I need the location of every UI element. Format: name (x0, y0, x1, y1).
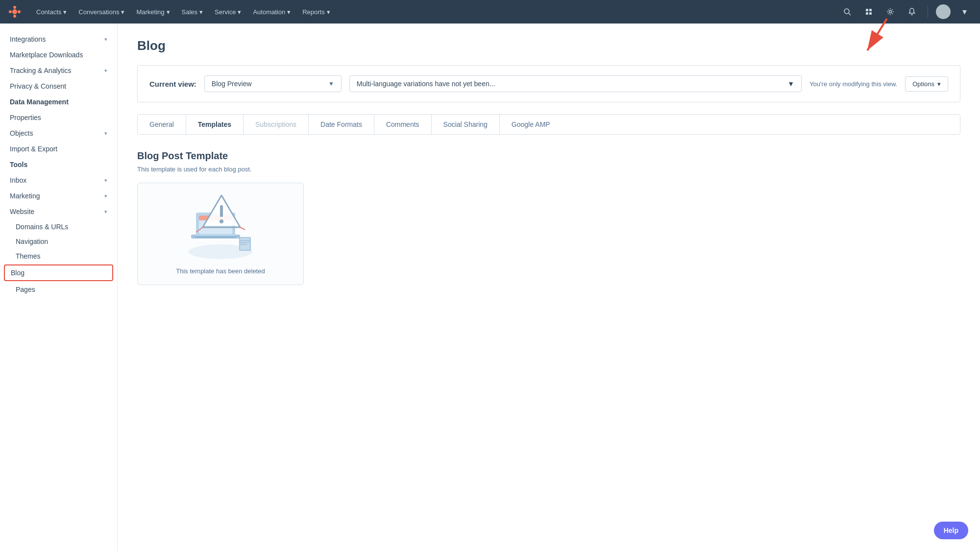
sidebar-item-website[interactable]: Website (0, 204, 117, 219)
chevron-down-icon (104, 193, 107, 199)
svg-rect-23 (240, 240, 250, 241)
user-avatar[interactable] (936, 4, 951, 19)
chevron-down-icon (287, 8, 291, 16)
sidebar-item-pages[interactable]: Pages (0, 282, 117, 297)
nav-conversations[interactable]: Conversations (74, 5, 129, 19)
page-title: Blog (137, 38, 960, 53)
options-button[interactable]: Options ▾ (905, 76, 948, 92)
chevron-down-icon (63, 8, 67, 16)
sidebar-item-domains-urls[interactable]: Domains & URLs (0, 219, 117, 234)
marketplace-icon[interactable] (861, 4, 877, 20)
chevron-down-icon (121, 8, 124, 16)
section-description: This template is used for each blog post… (137, 166, 960, 173)
notifications-icon[interactable] (904, 4, 920, 20)
chevron-down-icon (104, 68, 107, 74)
svg-rect-7 (866, 9, 868, 11)
chevron-down-icon (104, 209, 107, 215)
svg-point-2 (13, 15, 16, 18)
svg-point-5 (844, 9, 849, 14)
chevron-down-icon (238, 8, 241, 16)
sidebar-item-tracking-analytics[interactable]: Tracking & Analytics (0, 63, 117, 78)
svg-point-1 (13, 6, 16, 9)
sidebar-item-objects[interactable]: Objects (0, 125, 117, 141)
sidebar-item-themes[interactable]: Themes (0, 249, 117, 264)
nav-marketing[interactable]: Marketing (131, 5, 174, 19)
chevron-down-icon (327, 8, 330, 16)
sidebar-item-tools[interactable]: Tools (0, 157, 117, 172)
tab-templates[interactable]: Templates (186, 115, 244, 134)
svg-point-11 (889, 11, 892, 13)
template-deleted-text: This template has been deleted (176, 267, 265, 275)
nav-automation[interactable]: Automation (248, 5, 295, 19)
chevron-down-icon (167, 8, 170, 16)
nav-items: Contacts Conversations Marketing Sales S… (31, 5, 839, 19)
select-arrow-icon: ▼ (787, 80, 794, 88)
nav-sales[interactable]: Sales (177, 5, 208, 19)
sidebar-item-properties[interactable]: Properties (0, 110, 117, 125)
sidebar-item-navigation[interactable]: Navigation (0, 234, 117, 249)
help-button[interactable]: Help (934, 522, 968, 539)
tab-comments[interactable]: Comments (374, 115, 432, 134)
sidebar-item-data-management[interactable]: Data Management (0, 94, 117, 110)
user-menu-chevron[interactable] (956, 4, 972, 20)
svg-point-29 (220, 219, 223, 223)
options-chevron-icon: ▾ (937, 80, 941, 88)
main-content: Blog Current view: Blog Preview ▼ Multi-… (118, 24, 980, 551)
svg-line-31 (240, 227, 245, 230)
main-layout: Integrations Marketplace Downloads Track… (0, 24, 980, 551)
svg-point-0 (12, 9, 17, 14)
section-title: Blog Post Template (137, 150, 960, 162)
svg-rect-24 (240, 242, 250, 243)
sidebar: Integrations Marketplace Downloads Track… (0, 24, 118, 551)
svg-rect-20 (195, 236, 236, 238)
nav-service[interactable]: Service (210, 5, 246, 19)
chevron-down-icon (104, 36, 107, 43)
tab-subscriptions[interactable]: Subscriptions (244, 115, 309, 134)
nav-divider (928, 6, 928, 18)
tab-social-sharing[interactable]: Social Sharing (432, 115, 500, 134)
chevron-down-icon (104, 177, 107, 184)
svg-point-3 (9, 10, 12, 13)
blog-post-template-section: Blog Post Template This template is used… (137, 150, 960, 285)
nav-contacts[interactable]: Contacts (31, 5, 72, 19)
current-view-right: You're only modifying this view. Options… (809, 76, 948, 92)
top-navigation: Contacts Conversations Marketing Sales S… (0, 0, 980, 24)
svg-line-6 (849, 13, 851, 15)
search-icon[interactable] (839, 4, 855, 20)
svg-rect-10 (869, 12, 872, 15)
tabs-bar: General Templates Subscriptions Date For… (137, 114, 960, 135)
sidebar-item-blog[interactable]: Blog (4, 264, 113, 281)
template-card: This template has been deleted (137, 183, 304, 285)
tab-google-amp[interactable]: Google AMP (500, 115, 562, 134)
modify-view-text: You're only modifying this view. (809, 80, 897, 88)
tab-general[interactable]: General (138, 115, 186, 134)
svg-point-13 (940, 13, 947, 17)
multilanguage-select[interactable]: Multi-language variations have not yet b… (349, 75, 802, 92)
svg-point-12 (941, 8, 945, 12)
svg-rect-8 (869, 9, 872, 11)
svg-rect-9 (866, 12, 868, 15)
svg-point-4 (18, 10, 21, 13)
nav-reports[interactable]: Reports (297, 5, 335, 19)
sidebar-item-inbox[interactable]: Inbox (0, 172, 117, 188)
tab-date-formats[interactable]: Date Formats (309, 115, 374, 134)
current-view-bar: Current view: Blog Preview ▼ Multi-langu… (137, 65, 960, 102)
sidebar-item-marketing[interactable]: Marketing (0, 188, 117, 204)
svg-rect-25 (240, 244, 247, 245)
settings-icon[interactable] (882, 4, 898, 20)
sidebar-item-privacy-consent[interactable]: Privacy & Consent (0, 78, 117, 94)
chevron-down-icon (199, 8, 203, 16)
template-illustration (176, 193, 265, 262)
nav-right-icons (839, 4, 972, 20)
hubspot-logo[interactable] (8, 5, 22, 19)
sidebar-item-marketplace-downloads[interactable]: Marketplace Downloads (0, 47, 117, 63)
svg-rect-28 (220, 205, 223, 217)
blog-preview-select[interactable]: Blog Preview ▼ (204, 75, 342, 92)
sidebar-item-import-export[interactable]: Import & Export (0, 141, 117, 157)
sidebar-item-integrations[interactable]: Integrations (0, 31, 117, 47)
current-view-label: Current view: (149, 80, 196, 88)
select-arrow-icon: ▼ (328, 80, 334, 87)
chevron-down-icon (104, 130, 107, 137)
